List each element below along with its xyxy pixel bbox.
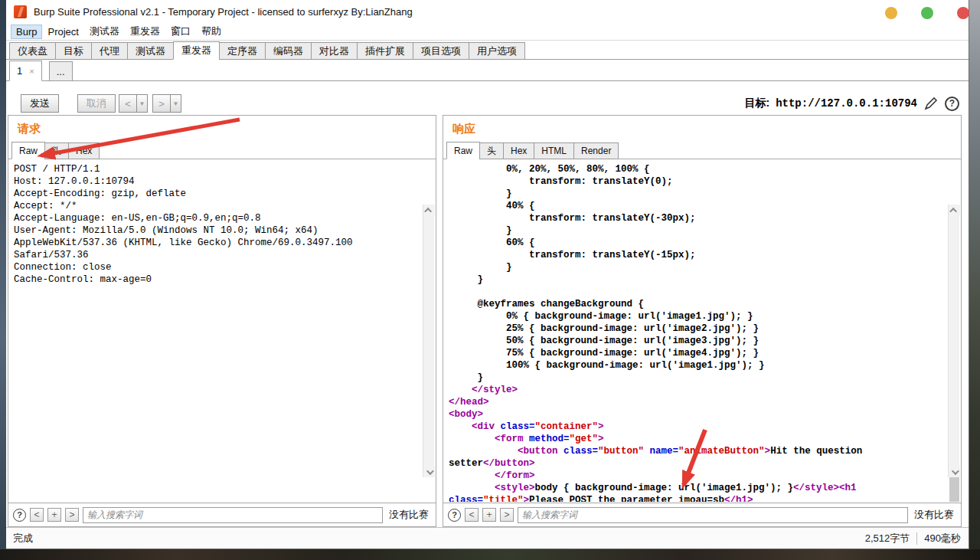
response-scrollbar[interactable]	[948, 205, 959, 477]
cancel-button[interactable]: 取消	[77, 94, 116, 113]
response-line: }	[449, 224, 946, 237]
scroll-up-icon[interactable]	[423, 205, 435, 215]
response-line: </form>	[449, 470, 946, 482]
request-line: Host: 127.0.0.1:10794	[14, 175, 421, 188]
request-no-match-label: 没有比赛	[387, 508, 431, 522]
response-line: 0% { background-image: url('image1.jpg')…	[449, 310, 946, 323]
chevron-right-dropdown-icon[interactable]: ▼	[171, 94, 181, 113]
request-search-input[interactable]	[83, 507, 383, 523]
main-tab-2[interactable]: 代理	[91, 42, 128, 60]
repeater-tab-label: 1	[17, 65, 22, 77]
response-tab-4[interactable]: Render	[573, 142, 619, 159]
main-tab-5[interactable]: 定序器	[219, 42, 266, 60]
response-time-label: 490毫秒	[924, 532, 961, 545]
help-icon[interactable]: ?	[945, 97, 959, 111]
response-tab-1[interactable]: 头	[479, 142, 504, 159]
scroll-down-icon[interactable]	[949, 467, 960, 477]
response-line: }	[449, 372, 946, 384]
repeater-tab-1[interactable]: ...	[49, 61, 73, 81]
close-dot[interactable]	[957, 7, 969, 19]
status-text: 完成	[13, 532, 33, 545]
prev-request-button[interactable]: < ▼	[119, 94, 148, 113]
request-line: Accept: */*	[14, 200, 421, 212]
search-add-button[interactable]: +	[47, 508, 61, 522]
response-line: class="title">Please POST the parameter …	[449, 494, 946, 502]
maximize-dot[interactable]	[921, 7, 933, 19]
target-row: 目标: http://127.0.0.1:10794 ?	[744, 94, 959, 113]
request-tab-bar: Raw头Hex	[8, 141, 436, 159]
response-line: 60% {	[449, 237, 946, 249]
main-tab-10[interactable]: 用户选项	[469, 42, 525, 60]
next-request-button[interactable]: > ▼	[152, 94, 181, 113]
burp-app-icon	[14, 5, 27, 18]
request-tab-1[interactable]: 头	[44, 142, 69, 159]
request-search-bar: ? < + > 没有比赛	[8, 503, 436, 526]
response-line: @keyframes changeBackground {	[449, 298, 946, 310]
menu-item-1[interactable]: Project	[42, 25, 83, 39]
close-tab-icon[interactable]: ×	[29, 67, 34, 76]
search-prev-button[interactable]: <	[30, 508, 44, 522]
desktop-background-left	[0, 0, 6, 560]
menu-item-0[interactable]: Burp	[11, 25, 42, 39]
response-line: </style>	[449, 384, 946, 396]
scroll-down-icon[interactable]	[423, 467, 435, 477]
response-tab-0[interactable]: Raw	[446, 142, 480, 159]
chevron-left-icon[interactable]: <	[119, 94, 137, 113]
main-tab-3[interactable]: 测试器	[127, 42, 174, 60]
request-line: Accept-Encoding: gzip, deflate	[14, 188, 421, 200]
menu-item-4[interactable]: 窗口	[165, 23, 196, 40]
response-line: 0%, 20%, 50%, 80%, 100% {	[449, 163, 946, 175]
search-next-button[interactable]: >	[65, 508, 79, 522]
repeater-tab-label: ...	[57, 66, 65, 77]
main-tab-4[interactable]: 重发器	[173, 41, 220, 60]
response-line: <style>body { background-image: url('ima…	[449, 482, 946, 494]
chevron-right-icon[interactable]: >	[152, 94, 171, 113]
response-tab-2[interactable]: Hex	[503, 142, 534, 159]
menu-item-3[interactable]: 重发器	[125, 23, 165, 40]
search-help-icon[interactable]: ?	[13, 509, 26, 522]
request-line: AppleWebKit/537.36 (KHTML, like Gecko) C…	[14, 237, 421, 249]
request-tab-2[interactable]: Hex	[68, 142, 100, 159]
response-search-bar: ? < + > 没有比赛	[443, 503, 961, 526]
request-text: POST / HTTP/1.1Host: 127.0.0.1:10794Acce…	[14, 163, 421, 286]
response-tab-3[interactable]: HTML	[534, 142, 574, 159]
target-url: http://127.0.0.1:10794	[776, 97, 917, 110]
search-next-button[interactable]: >	[500, 508, 514, 522]
response-line: 75% { background-image: url('image4.jpg'…	[449, 347, 946, 359]
desktop-background-bottom	[0, 549, 980, 560]
main-tab-6[interactable]: 编码器	[265, 42, 312, 60]
chevron-left-dropdown-icon[interactable]: ▼	[137, 94, 148, 113]
main-tab-1[interactable]: 目标	[55, 42, 92, 60]
repeater-tab-0[interactable]: 1×	[9, 61, 42, 81]
response-search-input[interactable]	[518, 507, 908, 523]
main-tab-9[interactable]: 项目选项	[413, 42, 469, 60]
edit-pencil-icon[interactable]	[923, 96, 939, 111]
scroll-up-icon[interactable]	[949, 205, 960, 215]
main-tab-8[interactable]: 插件扩展	[357, 42, 413, 60]
response-viewer[interactable]: 0%, 20%, 50%, 80%, 100% { transform: tra…	[444, 160, 960, 502]
repeater-tab-bar: 1×...	[6, 61, 969, 81]
search-prev-button[interactable]: <	[465, 508, 479, 522]
main-tab-7[interactable]: 对比器	[311, 42, 358, 60]
menu-item-5[interactable]: 帮助	[196, 23, 227, 40]
send-button[interactable]: 发送	[21, 94, 59, 113]
response-line: </head>	[449, 396, 946, 408]
request-editor[interactable]: POST / HTTP/1.1Host: 127.0.0.1:10794Acce…	[9, 160, 435, 502]
scrollbar-thumb[interactable]	[949, 476, 959, 502]
request-line: Connection: close	[14, 261, 421, 273]
response-line: transform: translateY(-30px);	[449, 212, 946, 224]
response-no-match-label: 没有比赛	[912, 508, 956, 522]
request-tab-0[interactable]: Raw	[11, 142, 45, 159]
burp-window: Burp Suite Professional v2.1 - Temporary…	[6, 0, 969, 549]
response-line: }	[449, 188, 946, 200]
menu-item-2[interactable]: 测试器	[84, 23, 125, 40]
main-tab-0[interactable]: 仪表盘	[9, 42, 56, 60]
menu-bar: BurpProject测试器重发器窗口帮助	[6, 23, 969, 41]
main-tab-bar: 仪表盘目标代理测试器重发器定序器编码器对比器插件扩展项目选项用户选项	[6, 41, 969, 60]
request-scrollbar[interactable]	[423, 205, 434, 477]
response-line: }	[449, 273, 946, 286]
response-tab-bar: Raw头HexHTMLRender	[443, 141, 961, 159]
search-add-button[interactable]: +	[482, 508, 496, 522]
minimize-dot[interactable]	[885, 7, 897, 19]
search-help-icon[interactable]: ?	[448, 509, 461, 522]
